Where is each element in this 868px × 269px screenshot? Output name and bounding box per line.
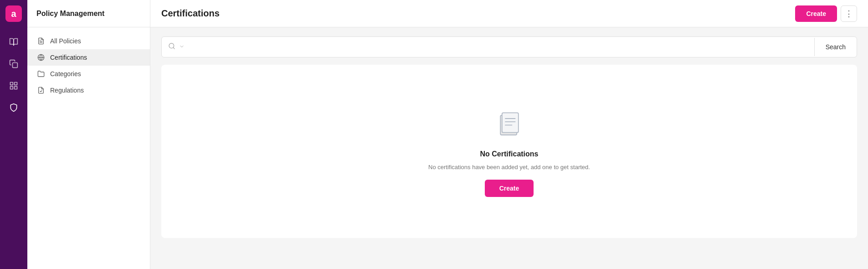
sidebar-item-all-policies[interactable]: All Policies: [27, 33, 150, 49]
create-button[interactable]: Create: [795, 5, 837, 22]
sidebar-item-label: Regulations: [50, 87, 84, 94]
sidebar-item-categories[interactable]: Categories: [27, 66, 150, 82]
svg-rect-3: [15, 87, 17, 89]
svg-rect-12: [502, 113, 518, 132]
svg-rect-2: [15, 83, 17, 85]
certifications-icon: [36, 54, 46, 61]
main-header: Certifications Create ⋮: [150, 0, 868, 27]
search-bar: Search: [161, 36, 857, 57]
sidebar-item-regulations[interactable]: Regulations: [27, 82, 150, 98]
book-icon[interactable]: [5, 33, 23, 51]
empty-create-button[interactable]: Create: [485, 180, 534, 197]
categories-icon: [36, 70, 46, 78]
search-filter-chevron[interactable]: [179, 44, 185, 51]
page-title: Certifications: [161, 8, 220, 19]
search-input-wrapper: [162, 38, 814, 56]
main-content: Certifications Create ⋮ Search: [150, 0, 868, 269]
empty-state-card: No Certifications No certifications have…: [161, 65, 857, 238]
search-button[interactable]: Search: [815, 37, 857, 57]
search-input[interactable]: [188, 43, 808, 51]
analytics-icon[interactable]: [5, 77, 23, 95]
sidebar-nav: All Policies Certifications Categories R…: [27, 27, 150, 104]
header-actions: Create ⋮: [795, 5, 857, 22]
more-options-button[interactable]: ⋮: [841, 5, 857, 22]
all-policies-icon: [36, 37, 46, 45]
svg-line-10: [173, 47, 175, 49]
empty-state-icon: [493, 106, 526, 141]
app-logo[interactable]: a: [5, 5, 22, 22]
empty-state-title: No Certifications: [480, 150, 538, 158]
svg-rect-4: [10, 87, 13, 89]
sidebar-item-label: Certifications: [50, 54, 87, 61]
sidebar-item-label: Categories: [50, 70, 81, 78]
icon-rail: a: [0, 0, 27, 269]
svg-rect-0: [13, 63, 18, 68]
shield-icon[interactable]: [5, 98, 23, 117]
main-body: Search No Certifications No certificatio…: [150, 27, 868, 269]
svg-rect-1: [10, 83, 13, 85]
copy-icon[interactable]: [5, 55, 23, 73]
sidebar: Policy Management All Policies Certifica…: [27, 0, 150, 269]
sidebar-title: Policy Management: [27, 0, 150, 27]
empty-state-description: No certifications have been added yet, a…: [428, 164, 590, 171]
sidebar-item-label: All Policies: [50, 37, 81, 45]
search-icon: [168, 42, 175, 52]
sidebar-item-certifications[interactable]: Certifications: [27, 49, 150, 66]
regulations-icon: [36, 87, 46, 94]
